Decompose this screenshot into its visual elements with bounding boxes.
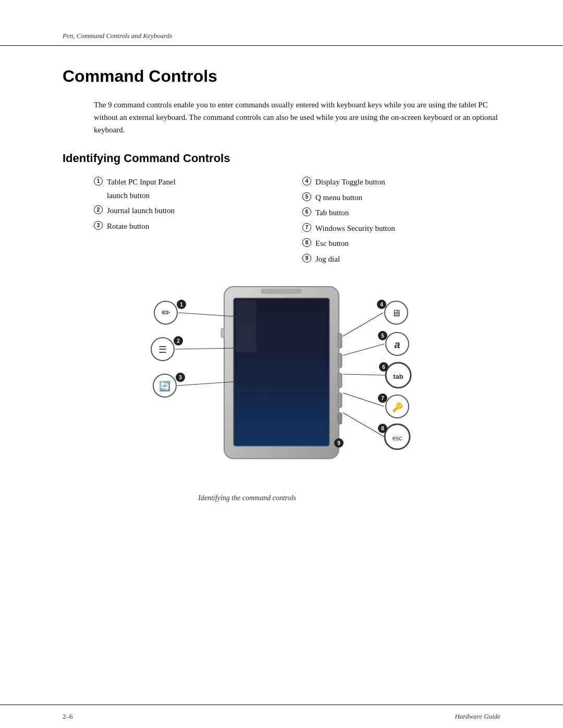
svg-rect-6 xyxy=(338,373,342,388)
left-list: 1 Tablet PC Input Panellaunch button 2 J… xyxy=(94,176,292,233)
list-item: 1 Tablet PC Input Panellaunch button xyxy=(94,176,292,202)
svg-rect-7 xyxy=(338,393,342,408)
list-item: 6 Tab button xyxy=(302,206,500,220)
list-item: 2 Journal launch button xyxy=(94,204,292,218)
svg-text:6: 6 xyxy=(382,364,385,370)
svg-text:🔄: 🔄 xyxy=(159,380,171,392)
svg-line-39 xyxy=(343,374,385,375)
svg-text:✏: ✏ xyxy=(162,307,170,318)
list-item: 9 Jog dial xyxy=(302,253,500,266)
list-item: 3 Rotate button xyxy=(94,220,292,233)
footer-document-title: Hardware Guide xyxy=(455,712,500,721)
item-5-label: Q menu button xyxy=(315,191,362,205)
svg-rect-3 xyxy=(261,289,302,294)
page-footer: 2–6 Hardware Guide xyxy=(0,705,563,728)
badge-9: 9 xyxy=(302,254,311,263)
svg-line-49 xyxy=(343,413,384,437)
list-item: 4 Display Toggle button xyxy=(302,176,500,189)
badge-7: 7 xyxy=(302,223,311,232)
svg-text:☰: ☰ xyxy=(158,344,167,355)
svg-rect-9 xyxy=(221,328,224,338)
svg-rect-5 xyxy=(338,353,342,368)
svg-line-44 xyxy=(343,393,384,406)
controls-right-col: 4 Display Toggle button 5 Q menu button … xyxy=(302,176,500,266)
breadcrumb: Pen, Command Controls and Keyboards xyxy=(63,32,172,40)
diagram-svg: ✏ 1 ☰ 2 🔄 3 xyxy=(136,281,427,490)
badge-3: 3 xyxy=(94,221,103,230)
svg-text:4: 4 xyxy=(380,302,383,307)
section-heading: Identifying Command Controls xyxy=(63,152,500,165)
item-4-label: Display Toggle button xyxy=(315,176,385,189)
svg-text:8: 8 xyxy=(381,426,384,431)
item-6-label: Tab button xyxy=(315,206,349,220)
list-item: 8 Esc button xyxy=(302,237,500,251)
svg-line-29 xyxy=(343,313,383,336)
controls-list: 1 Tablet PC Input Panellaunch button 2 J… xyxy=(94,176,500,266)
controls-left-col: 1 Tablet PC Input Panellaunch button 2 J… xyxy=(94,176,292,266)
item-1-label: Tablet PC Input Panellaunch button xyxy=(107,176,176,202)
item-7-label: Windows Security button xyxy=(315,222,395,236)
intro-paragraph: The 9 command controls enable you to ent… xyxy=(94,98,500,136)
page: Pen, Command Controls and Keyboards Comm… xyxy=(0,0,563,728)
svg-rect-4 xyxy=(338,334,342,348)
diagram-section: ✏ 1 ☰ 2 🔄 3 xyxy=(63,281,500,502)
svg-text:5: 5 xyxy=(381,333,384,339)
page-header: Pen, Command Controls and Keyboards xyxy=(0,0,563,46)
badge-2: 2 xyxy=(94,205,103,214)
svg-text:1: 1 xyxy=(180,302,183,307)
svg-rect-2 xyxy=(236,300,256,352)
badge-8: 8 xyxy=(302,238,311,247)
chapter-title: Command Controls xyxy=(63,67,500,86)
badge-5: 5 xyxy=(302,192,311,201)
badge-1: 1 xyxy=(94,177,103,186)
item-9-label: Jog dial xyxy=(315,253,340,266)
svg-text:2: 2 xyxy=(177,338,180,344)
svg-text:esc: esc xyxy=(393,435,402,442)
list-item: 5 Q menu button xyxy=(302,191,500,205)
svg-text:🖥: 🖥 xyxy=(391,308,401,318)
diagram-caption: Identifying the command controls xyxy=(136,494,427,502)
badge-6: 6 xyxy=(302,207,311,216)
svg-text:3: 3 xyxy=(179,375,182,380)
footer-page-number: 2–6 xyxy=(63,712,73,721)
svg-text:tab: tab xyxy=(393,373,403,380)
item-3-label: Rotate button xyxy=(107,220,149,233)
svg-text:🔑: 🔑 xyxy=(392,402,403,413)
item-2-label: Journal launch button xyxy=(107,204,175,218)
svg-text:7: 7 xyxy=(381,396,384,401)
main-content: Command Controls The 9 command controls … xyxy=(0,46,563,705)
list-item: 7 Windows Security button xyxy=(302,222,500,236)
badge-4: 4 xyxy=(302,177,311,186)
svg-line-34 xyxy=(343,344,384,355)
item-8-label: Esc button xyxy=(315,237,349,251)
right-list: 4 Display Toggle button 5 Q menu button … xyxy=(302,176,500,266)
svg-text:a: a xyxy=(394,339,400,350)
svg-rect-8 xyxy=(338,413,342,424)
svg-text:9: 9 xyxy=(337,440,340,446)
